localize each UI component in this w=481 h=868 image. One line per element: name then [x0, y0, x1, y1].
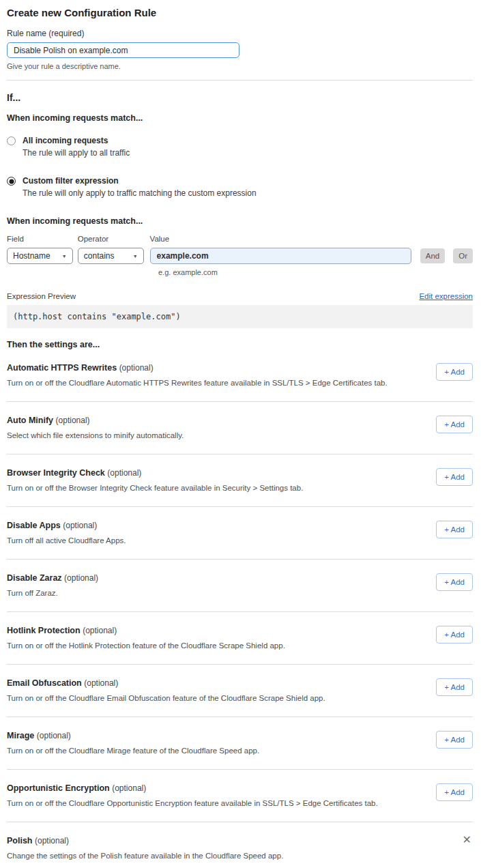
optional-label: (optional): [63, 521, 97, 530]
radio-custom-filter-description: The rule will only apply to traffic matc…: [23, 188, 257, 198]
setting-row-email-obfuscation: Email Obfuscation (optional) Turn on or …: [7, 665, 473, 717]
setting-name: Opportunistic Encryption: [7, 783, 110, 793]
filter-heading: When incoming requests match...: [7, 216, 473, 226]
setting-description: Turn off all active Cloudflare Apps.: [7, 536, 126, 545]
setting-name: Disable Zaraz: [7, 573, 62, 583]
setting-row-auto-minify: Auto Minify (optional) Select which file…: [7, 402, 473, 454]
rule-name-helper: Give your rule a descriptive name.: [7, 62, 473, 70]
setting-row-disable-apps: Disable Apps (optional) Turn off all act…: [7, 507, 473, 560]
create-configuration-rule-page: Create new Configuration Rule Rule name …: [0, 0, 481, 868]
polish-description: Change the settings of the Polish featur…: [7, 852, 473, 860]
page-title: Create new Configuration Rule: [7, 7, 473, 18]
field-select[interactable]: Hostname ▼: [7, 248, 73, 264]
operator-label: Operator: [78, 235, 144, 243]
edit-expression-link[interactable]: Edit expression: [419, 292, 473, 300]
setting-name: Automatic HTTPS Rewrites: [7, 363, 117, 373]
setting-description: Turn on or off the Hotlink Protection fe…: [7, 641, 285, 650]
optional-label: (optional): [84, 678, 118, 688]
setting-row-disable-zaraz: Disable Zaraz (optional) Turn off Zaraz.…: [7, 560, 473, 612]
filter-builder-row: Field Hostname ▼ Operator contains ▼ Val…: [7, 235, 473, 264]
and-button[interactable]: And: [420, 248, 445, 263]
radio-custom-filter-expression[interactable]: Custom filter expression The rule will o…: [7, 176, 473, 198]
if-heading: If...: [7, 92, 473, 103]
setting-row-hotlink-protection: Hotlink Protection (optional) Turn on or…: [7, 612, 473, 665]
setting-row-automatic-https-rewrites: Automatic HTTPS Rewrites (optional) Turn…: [7, 349, 473, 402]
setting-description: Turn off Zaraz.: [7, 589, 98, 597]
chevron-down-icon: ▼: [62, 254, 67, 259]
optional-label: (optional): [64, 573, 98, 583]
setting-name: Auto Minify: [7, 416, 53, 425]
setting-row-opportunistic-encryption: Opportunistic Encryption (optional) Turn…: [7, 770, 473, 822]
radio-selected-icon[interactable]: [7, 177, 16, 186]
optional-label: (optional): [119, 363, 154, 373]
add-mirage-button[interactable]: + Add: [436, 731, 473, 749]
operator-select[interactable]: contains ▼: [78, 248, 144, 264]
match-type-radio-group: All incoming requests The rule will appl…: [7, 136, 473, 198]
or-button[interactable]: Or: [453, 248, 473, 263]
rule-name-group: Rule name (required) Give your rule a de…: [7, 29, 473, 70]
add-email-obfuscation-button[interactable]: + Add: [436, 678, 473, 696]
operator-select-value: contains: [84, 251, 115, 261]
add-disable-zaraz-button[interactable]: + Add: [436, 573, 473, 591]
optional-label: (optional): [35, 836, 69, 845]
radio-custom-filter-label: Custom filter expression: [23, 176, 257, 186]
add-hotlink-protection-button[interactable]: + Add: [436, 626, 473, 643]
value-label: Value: [150, 235, 411, 243]
expression-code: (http.host contains "example.com"): [7, 305, 473, 328]
then-settings-heading: Then the settings are...: [7, 340, 473, 349]
setting-name: Polish: [7, 836, 33, 845]
radio-all-incoming-description: The rule will apply to all traffic: [23, 148, 130, 158]
radio-all-incoming-label: All incoming requests: [23, 136, 130, 145]
radio-all-incoming-requests[interactable]: All incoming requests The rule will appl…: [7, 136, 473, 158]
value-helper: e.g. example.com: [158, 268, 473, 276]
rule-name-label: Rule name (required): [7, 29, 473, 38]
add-auto-minify-button[interactable]: + Add: [436, 416, 473, 433]
chevron-down-icon: ▼: [133, 254, 138, 259]
section-divider: [7, 80, 473, 81]
optional-label: (optional): [107, 468, 141, 478]
rule-name-input[interactable]: [7, 42, 239, 58]
setting-row-polish: Polish (optional) ✕ Change the settings …: [7, 822, 473, 868]
add-disable-apps-button[interactable]: + Add: [436, 521, 473, 538]
add-opportunistic-encryption-button[interactable]: + Add: [436, 783, 473, 801]
radio-unselected-icon[interactable]: [7, 136, 16, 145]
setting-name: Hotlink Protection: [7, 626, 81, 635]
setting-row-browser-integrity-check: Browser Integrity Check (optional) Turn …: [7, 454, 473, 507]
setting-description: Select which file extensions to minify a…: [7, 431, 184, 439]
setting-description: Turn on or off the Cloudflare Mirage fea…: [7, 747, 259, 755]
optional-label: (optional): [56, 416, 90, 425]
setting-description: Turn on or off the Cloudflare Opportunis…: [7, 799, 378, 807]
setting-name: Browser Integrity Check: [7, 468, 105, 478]
optional-label: (optional): [37, 731, 71, 740]
setting-description: Turn on or off the Cloudflare Automatic …: [7, 379, 388, 387]
setting-row-mirage: Mirage (optional) Turn on or off the Clo…: [7, 717, 473, 770]
field-select-value: Hostname: [13, 251, 50, 261]
setting-name: Email Obfuscation: [7, 678, 82, 688]
setting-description: Turn on or off the Cloudflare Email Obfu…: [7, 694, 325, 702]
field-label: Field: [7, 235, 73, 243]
value-input[interactable]: [150, 248, 411, 264]
add-automatic-https-rewrites-button[interactable]: + Add: [436, 363, 473, 381]
incoming-requests-match-heading: When incoming requests match...: [7, 113, 473, 123]
setting-name: Mirage: [7, 731, 34, 740]
expression-preview-label: Expression Preview: [7, 292, 76, 300]
add-browser-integrity-check-button[interactable]: + Add: [436, 468, 473, 486]
optional-label: (optional): [112, 783, 146, 793]
close-icon[interactable]: ✕: [461, 836, 473, 844]
optional-label: (optional): [83, 626, 117, 635]
setting-name: Disable Apps: [7, 521, 61, 530]
setting-description: Turn on or off the Browser Integrity Che…: [7, 484, 303, 492]
